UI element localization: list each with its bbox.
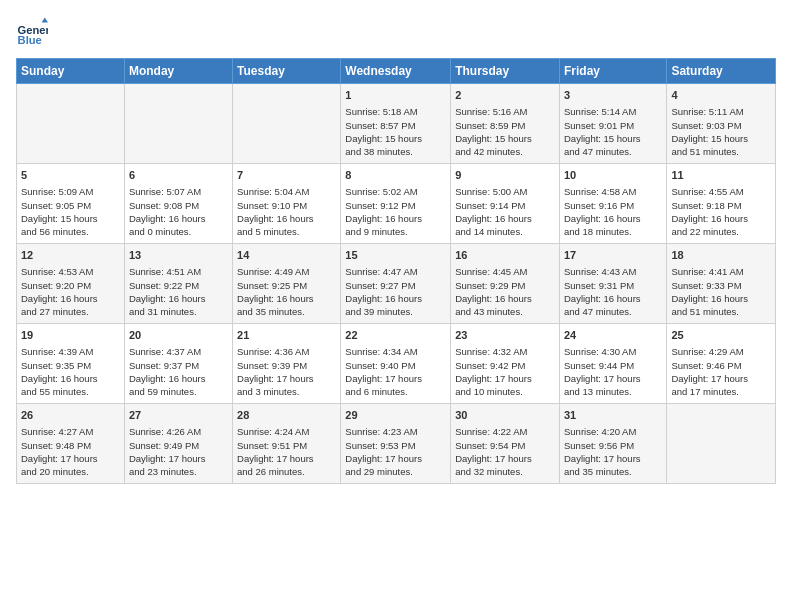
day-info-line: Sunset: 9:01 PM xyxy=(564,119,662,132)
day-info-line: Sunrise: 4:55 AM xyxy=(671,185,771,198)
day-info-line: Daylight: 17 hours xyxy=(564,452,662,465)
calendar-cell: 30Sunrise: 4:22 AMSunset: 9:54 PMDayligh… xyxy=(451,404,560,484)
day-info-line: Daylight: 17 hours xyxy=(237,372,336,385)
calendar-cell: 5Sunrise: 5:09 AMSunset: 9:05 PMDaylight… xyxy=(17,164,125,244)
calendar-cell: 27Sunrise: 4:26 AMSunset: 9:49 PMDayligh… xyxy=(124,404,232,484)
calendar-cell: 14Sunrise: 4:49 AMSunset: 9:25 PMDayligh… xyxy=(233,244,341,324)
day-info-line: and 10 minutes. xyxy=(455,385,555,398)
day-info-line: Daylight: 15 hours xyxy=(345,132,446,145)
day-number: 29 xyxy=(345,408,446,423)
day-number: 19 xyxy=(21,328,120,343)
weekday-header: Friday xyxy=(559,59,666,84)
day-info-line: Daylight: 17 hours xyxy=(564,372,662,385)
weekday-header: Wednesday xyxy=(341,59,451,84)
day-info-line: Sunset: 9:18 PM xyxy=(671,199,771,212)
calendar-cell: 17Sunrise: 4:43 AMSunset: 9:31 PMDayligh… xyxy=(559,244,666,324)
calendar-cell: 10Sunrise: 4:58 AMSunset: 9:16 PMDayligh… xyxy=(559,164,666,244)
day-info-line: Daylight: 16 hours xyxy=(345,292,446,305)
logo: General Blue xyxy=(16,16,52,48)
day-info-line: Sunset: 9:35 PM xyxy=(21,359,120,372)
day-info-line: Daylight: 16 hours xyxy=(671,212,771,225)
day-info-line: Daylight: 16 hours xyxy=(129,372,228,385)
day-number: 27 xyxy=(129,408,228,423)
weekday-header: Thursday xyxy=(451,59,560,84)
day-info-line: Sunset: 9:31 PM xyxy=(564,279,662,292)
day-info-line: Daylight: 16 hours xyxy=(129,212,228,225)
day-number: 15 xyxy=(345,248,446,263)
calendar-cell: 22Sunrise: 4:34 AMSunset: 9:40 PMDayligh… xyxy=(341,324,451,404)
day-number: 3 xyxy=(564,88,662,103)
calendar-cell: 4Sunrise: 5:11 AMSunset: 9:03 PMDaylight… xyxy=(667,84,776,164)
calendar-cell: 23Sunrise: 4:32 AMSunset: 9:42 PMDayligh… xyxy=(451,324,560,404)
day-info-line: Sunrise: 4:22 AM xyxy=(455,425,555,438)
day-info-line: Sunrise: 5:02 AM xyxy=(345,185,446,198)
day-info-line: and 51 minutes. xyxy=(671,305,771,318)
day-number: 21 xyxy=(237,328,336,343)
day-number: 25 xyxy=(671,328,771,343)
day-info-line: and 29 minutes. xyxy=(345,465,446,478)
calendar-week-row: 5Sunrise: 5:09 AMSunset: 9:05 PMDaylight… xyxy=(17,164,776,244)
day-info-line: and 27 minutes. xyxy=(21,305,120,318)
day-info-line: and 31 minutes. xyxy=(129,305,228,318)
day-info-line: and 23 minutes. xyxy=(129,465,228,478)
day-info-line: Sunset: 9:20 PM xyxy=(21,279,120,292)
day-info-line: Daylight: 15 hours xyxy=(21,212,120,225)
day-info-line: Sunset: 9:27 PM xyxy=(345,279,446,292)
day-number: 12 xyxy=(21,248,120,263)
calendar-cell xyxy=(667,404,776,484)
calendar-week-row: 12Sunrise: 4:53 AMSunset: 9:20 PMDayligh… xyxy=(17,244,776,324)
day-info-line: and 20 minutes. xyxy=(21,465,120,478)
day-info-line: Sunrise: 4:20 AM xyxy=(564,425,662,438)
day-info-line: Sunset: 9:33 PM xyxy=(671,279,771,292)
svg-marker-2 xyxy=(42,18,48,23)
day-info-line: Sunrise: 4:36 AM xyxy=(237,345,336,358)
day-number: 14 xyxy=(237,248,336,263)
day-info-line: and 39 minutes. xyxy=(345,305,446,318)
calendar-cell: 9Sunrise: 5:00 AMSunset: 9:14 PMDaylight… xyxy=(451,164,560,244)
day-number: 8 xyxy=(345,168,446,183)
day-info-line: Sunset: 9:16 PM xyxy=(564,199,662,212)
day-info-line: Sunset: 9:53 PM xyxy=(345,439,446,452)
calendar-cell: 19Sunrise: 4:39 AMSunset: 9:35 PMDayligh… xyxy=(17,324,125,404)
day-info-line: Sunset: 9:08 PM xyxy=(129,199,228,212)
day-info-line: Daylight: 17 hours xyxy=(345,372,446,385)
day-info-line: Daylight: 16 hours xyxy=(21,372,120,385)
day-info-line: Daylight: 16 hours xyxy=(564,212,662,225)
day-info-line: Daylight: 16 hours xyxy=(237,212,336,225)
calendar-cell xyxy=(233,84,341,164)
day-number: 2 xyxy=(455,88,555,103)
day-info-line: Sunrise: 5:11 AM xyxy=(671,105,771,118)
calendar-cell: 11Sunrise: 4:55 AMSunset: 9:18 PMDayligh… xyxy=(667,164,776,244)
day-number: 24 xyxy=(564,328,662,343)
day-number: 9 xyxy=(455,168,555,183)
day-info-line: Sunset: 9:03 PM xyxy=(671,119,771,132)
day-info-line: Daylight: 15 hours xyxy=(564,132,662,145)
day-info-line: Daylight: 17 hours xyxy=(345,452,446,465)
day-info-line: and 13 minutes. xyxy=(564,385,662,398)
day-number: 4 xyxy=(671,88,771,103)
day-info-line: Sunrise: 4:30 AM xyxy=(564,345,662,358)
calendar-table: SundayMondayTuesdayWednesdayThursdayFrid… xyxy=(16,58,776,484)
day-info-line: and 5 minutes. xyxy=(237,225,336,238)
calendar-cell: 26Sunrise: 4:27 AMSunset: 9:48 PMDayligh… xyxy=(17,404,125,484)
day-info-line: Sunrise: 4:27 AM xyxy=(21,425,120,438)
day-info-line: Sunset: 9:12 PM xyxy=(345,199,446,212)
day-info-line: Daylight: 15 hours xyxy=(671,132,771,145)
calendar-cell: 20Sunrise: 4:37 AMSunset: 9:37 PMDayligh… xyxy=(124,324,232,404)
day-info-line: Sunrise: 4:51 AM xyxy=(129,265,228,278)
day-info-line: Sunrise: 5:14 AM xyxy=(564,105,662,118)
calendar-week-row: 26Sunrise: 4:27 AMSunset: 9:48 PMDayligh… xyxy=(17,404,776,484)
day-info-line: Sunrise: 4:26 AM xyxy=(129,425,228,438)
day-info-line: and 9 minutes. xyxy=(345,225,446,238)
day-info-line: Sunrise: 4:49 AM xyxy=(237,265,336,278)
day-number: 26 xyxy=(21,408,120,423)
day-info-line: Sunset: 9:37 PM xyxy=(129,359,228,372)
day-number: 7 xyxy=(237,168,336,183)
day-info-line: and 14 minutes. xyxy=(455,225,555,238)
day-info-line: and 42 minutes. xyxy=(455,145,555,158)
day-info-line: and 59 minutes. xyxy=(129,385,228,398)
day-info-line: and 56 minutes. xyxy=(21,225,120,238)
day-info-line: Sunrise: 4:34 AM xyxy=(345,345,446,358)
day-info-line: and 55 minutes. xyxy=(21,385,120,398)
calendar-cell: 24Sunrise: 4:30 AMSunset: 9:44 PMDayligh… xyxy=(559,324,666,404)
